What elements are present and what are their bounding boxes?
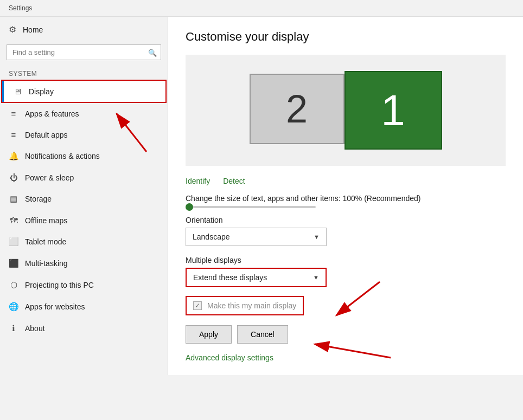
- title-bar: Settings: [0, 0, 523, 17]
- main-display-checkbox-row[interactable]: ✓ Make this my main display: [186, 296, 304, 315]
- detect-link[interactable]: Detect: [223, 177, 245, 185]
- multiple-displays-section: Multiple displays Extend these displays …: [186, 256, 506, 287]
- orientation-dropdown[interactable]: Landscape ▼: [186, 228, 327, 246]
- sidebar-item-home[interactable]: ⚙ Home: [0, 17, 168, 42]
- about-icon: ℹ: [9, 324, 18, 333]
- chevron-down-icon: ▼: [314, 234, 320, 240]
- sidebar-item-notifications-label: Notifications & actions: [25, 152, 100, 160]
- title-bar-label: Settings: [9, 4, 32, 12]
- display-icon: 🖥: [12, 87, 22, 96]
- page-title: Customise your display: [186, 30, 506, 44]
- sidebar-section-label: System: [0, 64, 168, 80]
- main-content: Customise your display 2 1 Identify Dete…: [168, 17, 523, 375]
- main-display-checkbox[interactable]: ✓: [193, 301, 202, 310]
- sidebar-item-offline-maps[interactable]: 🗺 Offline maps: [0, 210, 168, 231]
- sidebar-item-projecting[interactable]: ⬡ Projecting to this PC: [0, 274, 168, 296]
- default-apps-icon: ≡: [9, 130, 18, 139]
- identify-link[interactable]: Identify: [186, 177, 210, 185]
- notifications-icon: 🔔: [9, 151, 18, 161]
- sidebar-home-label: Home: [23, 25, 43, 34]
- sidebar-item-display-label: Display: [29, 87, 54, 96]
- sidebar-item-display[interactable]: 🖥 Display: [2, 81, 165, 102]
- apps-websites-icon: 🌐: [9, 302, 18, 312]
- offline-maps-icon: 🗺: [9, 216, 18, 225]
- sidebar-item-offline-maps-label: Offline maps: [25, 216, 67, 225]
- multiple-displays-dropdown[interactable]: Extend these displays ▼: [186, 268, 327, 287]
- home-icon: ⚙: [9, 24, 16, 35]
- sidebar-item-storage-label: Storage: [25, 195, 52, 203]
- sidebar-item-storage[interactable]: ▤ Storage: [0, 188, 168, 210]
- slider-thumb[interactable]: [186, 203, 193, 211]
- multitasking-icon: ⬛: [9, 259, 18, 268]
- sidebar-item-power-label: Power & sleep: [25, 173, 74, 182]
- storage-icon: ▤: [9, 194, 18, 204]
- orientation-value: Landscape: [193, 232, 230, 241]
- sidebar-item-default-apps[interactable]: ≡ Default apps: [0, 124, 168, 145]
- slider-wrapper: [186, 206, 506, 208]
- links-row: Identify Detect: [186, 177, 506, 185]
- monitor-1[interactable]: 1: [345, 71, 442, 150]
- cancel-button[interactable]: Cancel: [237, 325, 288, 344]
- advanced-display-link[interactable]: Advanced display settings: [186, 353, 506, 362]
- scale-label: Change the size of text, apps and other …: [186, 194, 506, 203]
- search-box: 🔍: [7, 44, 161, 60]
- slider-track[interactable]: [186, 206, 316, 208]
- sidebar-item-apps-features-label: Apps & features: [25, 109, 79, 118]
- sidebar-item-default-apps-label: Default apps: [25, 131, 68, 139]
- multiple-displays-value: Extend these displays: [193, 273, 267, 282]
- buttons-row: Apply Cancel: [186, 325, 506, 344]
- multiple-displays-label: Multiple displays: [186, 256, 506, 264]
- tablet-icon: ⬜: [9, 237, 18, 247]
- scale-row: Change the size of text, apps and other …: [186, 194, 506, 208]
- sidebar-item-apps-websites[interactable]: 🌐 Apps for websites: [0, 296, 168, 318]
- sidebar-item-about-label: About: [25, 324, 45, 333]
- search-icon: 🔍: [148, 48, 157, 56]
- sidebar-item-power-sleep[interactable]: ⏻ Power & sleep: [0, 167, 168, 188]
- sidebar: ⚙ Home 🔍 System 🖥 Display ≡ Apps & feat: [0, 17, 168, 375]
- sidebar-item-apps-websites-label: Apps for websites: [25, 302, 85, 311]
- display-preview: 2 1: [186, 55, 506, 166]
- apply-button[interactable]: Apply: [186, 325, 232, 344]
- orientation-label: Orientation: [186, 216, 506, 224]
- sidebar-item-tablet-mode[interactable]: ⬜ Tablet mode: [0, 231, 168, 253]
- sidebar-item-multitasking-label: Multi-tasking: [25, 259, 68, 268]
- main-display-checkbox-label: Make this my main display: [207, 301, 296, 310]
- projecting-icon: ⬡: [9, 280, 18, 290]
- chevron-down-icon-2: ▼: [313, 274, 319, 281]
- display-item-wrapper: 🖥 Display: [1, 80, 167, 103]
- sidebar-item-projecting-label: Projecting to this PC: [25, 281, 94, 289]
- power-icon: ⏻: [9, 173, 18, 182]
- sidebar-item-notifications[interactable]: 🔔 Notifications & actions: [0, 145, 168, 167]
- sidebar-item-about[interactable]: ℹ About: [0, 318, 168, 339]
- sidebar-item-tablet-label: Tablet mode: [25, 237, 66, 246]
- sidebar-item-apps-features[interactable]: ≡ Apps & features: [0, 103, 168, 124]
- search-input[interactable]: [7, 44, 161, 60]
- monitor-2[interactable]: 2: [250, 74, 345, 144]
- sidebar-item-multitasking[interactable]: ⬛ Multi-tasking: [0, 253, 168, 274]
- apps-features-icon: ≡: [9, 109, 18, 118]
